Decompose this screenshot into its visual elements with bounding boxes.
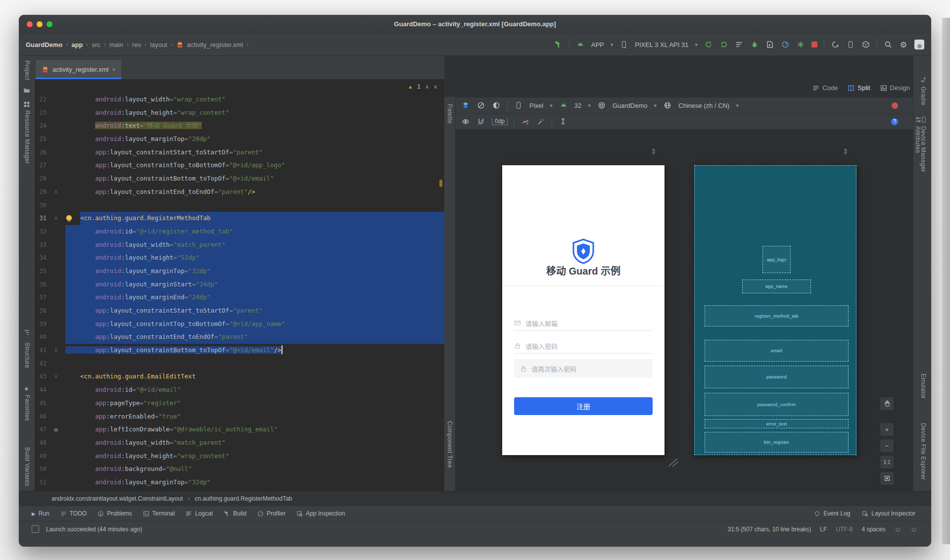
tab-design[interactable]: Design bbox=[880, 84, 910, 92]
attributes-sliders-icon[interactable] bbox=[915, 116, 922, 125]
target-device-select[interactable]: PIXEL 3 XL API 31 bbox=[635, 41, 688, 48]
avd-phone-icon[interactable] bbox=[846, 40, 855, 49]
avatar[interactable] bbox=[914, 40, 924, 49]
issues-error-badge[interactable] bbox=[892, 102, 898, 109]
autoconnect-off-icon[interactable] bbox=[476, 117, 485, 126]
chevron-down-icon[interactable]: ▾ bbox=[654, 102, 657, 109]
apply-changes-icon[interactable] bbox=[719, 40, 728, 49]
breadcrumb-file[interactable]: activity_register.xml bbox=[187, 41, 243, 48]
toolwindow-build[interactable]: Build bbox=[224, 510, 246, 517]
toolwindow-layout-inspector[interactable]: Layout Inspector bbox=[862, 510, 915, 517]
breadcrumb-registermethodtab[interactable]: cn.authing.guard.RegisterMethodTab bbox=[195, 495, 292, 502]
breadcrumb-src[interactable]: src bbox=[92, 41, 100, 48]
blueprint-box-password_confirm[interactable]: password_confirm bbox=[705, 393, 849, 416]
chevron-down-icon[interactable]: ▾ bbox=[736, 102, 739, 109]
toolwindow-problems[interactable]: Problems bbox=[97, 510, 132, 517]
caret-position[interactable]: 31:5 (507 chars, 10 line breaks) bbox=[728, 526, 811, 533]
profile-smiley-icon[interactable]: ☺ bbox=[910, 525, 917, 533]
sidebar-item-favorites[interactable]: Favorites bbox=[24, 395, 31, 421]
editor-tab-activity-register[interactable]: activity_register.xml × bbox=[36, 60, 121, 79]
infer-constraints-wand-icon[interactable] bbox=[536, 117, 545, 126]
zoom-out-button[interactable]: − bbox=[880, 439, 894, 453]
folder-icon[interactable] bbox=[23, 87, 30, 96]
clear-constraints-icon[interactable] bbox=[521, 117, 530, 126]
sidebar-item-project[interactable]: Project bbox=[24, 60, 31, 80]
sidebar-item-gradle[interactable]: Gradle bbox=[920, 87, 927, 105]
chevron-down-icon[interactable]: ▾ bbox=[611, 42, 614, 48]
view-options-eye-icon[interactable] bbox=[461, 117, 470, 126]
tab-code[interactable]: Code bbox=[812, 84, 838, 92]
prev-warning-icon[interactable]: ∧ bbox=[425, 84, 429, 90]
app-name-text[interactable]: 移动 Guard 示例 bbox=[502, 263, 665, 278]
breadcrumb-layout[interactable]: layout bbox=[150, 41, 167, 48]
toolwindow-logcat[interactable]: Logcat bbox=[186, 510, 213, 517]
password-confirm-field[interactable]: 请再次输入密码 bbox=[514, 359, 653, 378]
theme-select[interactable]: GuardDemo bbox=[613, 102, 648, 109]
search-icon[interactable] bbox=[884, 40, 893, 49]
blueprint-box-app_logo[interactable]: app_logo bbox=[762, 246, 791, 273]
pan-hand-button[interactable] bbox=[880, 397, 894, 411]
tab-palette[interactable]: Palette bbox=[446, 104, 453, 124]
chevron-down-icon[interactable]: ▾ bbox=[588, 102, 591, 109]
zoom-in-button[interactable]: + bbox=[880, 422, 894, 436]
breadcrumb-constraintlayout[interactable]: androidx.constraintlayout.widget.Constra… bbox=[51, 495, 183, 502]
email-field[interactable]: 请输入邮箱 bbox=[514, 318, 653, 328]
design-canvas[interactable]: 移动 Guard 示例 请输入邮箱 请输入密码 请再次输入密码 注册 bbox=[455, 130, 913, 491]
default-margin-select[interactable]: 0dp bbox=[492, 118, 508, 125]
toolwindow-app-inspection[interactable]: App Inspection bbox=[296, 510, 345, 517]
password-field[interactable]: 请输入密码 bbox=[514, 340, 653, 351]
blueprint-box-error_text[interactable]: error_text bbox=[705, 419, 849, 428]
toolwindow-run[interactable]: ▶Run bbox=[32, 510, 49, 517]
orientation-icon[interactable] bbox=[476, 101, 485, 110]
sidebar-item-attributes[interactable]: Attributes bbox=[914, 126, 921, 153]
api-level-select[interactable]: 32 bbox=[574, 102, 581, 109]
text-ibeam-icon[interactable] bbox=[559, 117, 568, 126]
device-select[interactable]: Pixel bbox=[529, 102, 543, 109]
sidebar-item-emulator[interactable]: Emulator bbox=[920, 373, 927, 399]
device-manager-icon[interactable] bbox=[831, 40, 840, 49]
debug-bug-icon[interactable] bbox=[750, 40, 759, 49]
sidebar-item-device-file-explorer[interactable]: Device File Explorer bbox=[920, 423, 927, 480]
breadcrumb-project[interactable]: GuardDemo bbox=[26, 41, 62, 48]
sidebar-item-build-variants[interactable]: Build Variants bbox=[24, 447, 31, 486]
profiler-icon[interactable] bbox=[781, 40, 790, 49]
build-hammer-icon[interactable] bbox=[554, 40, 563, 49]
tab-component-tree[interactable]: Component Tree bbox=[446, 421, 453, 468]
indent-setting[interactable]: 4 spaces bbox=[861, 526, 885, 533]
breadcrumb-app[interactable]: app bbox=[71, 41, 83, 48]
design-preview-phone[interactable]: 移动 Guard 示例 请输入邮箱 请输入密码 请再次输入密码 注册 bbox=[502, 165, 665, 455]
night-mode-icon[interactable] bbox=[492, 101, 501, 110]
design-blueprint-phone[interactable]: app_logoapp_nameregister_method_tabemail… bbox=[694, 165, 856, 455]
line-separator[interactable]: LF bbox=[820, 526, 827, 533]
inspection-widget[interactable]: ▲ 1 ∧ ∨ bbox=[408, 83, 437, 90]
close-icon[interactable]: × bbox=[112, 66, 115, 73]
blueprint-box-btn_register[interactable]: btn_register bbox=[705, 432, 849, 453]
locale-select[interactable]: Chinese (zh / CN) bbox=[678, 102, 729, 109]
feedback-smiley-icon[interactable]: ☺ bbox=[894, 525, 901, 533]
status-message[interactable]: Launch succeeded (44 minutes ago) bbox=[46, 526, 142, 533]
intention-bulb-icon[interactable] bbox=[66, 215, 72, 220]
next-warning-icon[interactable]: ∨ bbox=[433, 84, 437, 90]
star-icon[interactable]: ★ bbox=[24, 385, 29, 392]
tab-split[interactable]: Split bbox=[848, 84, 870, 92]
zoom-100-button[interactable]: 1:1 bbox=[880, 455, 894, 469]
settings-gear-icon[interactable]: ⚙ bbox=[899, 40, 908, 49]
sidebar-item-structure[interactable]: Structure bbox=[24, 342, 31, 368]
register-button[interactable]: 注册 bbox=[514, 397, 653, 415]
blueprint-box-password[interactable]: password bbox=[705, 366, 849, 388]
breadcrumb-main[interactable]: main bbox=[109, 41, 123, 48]
structure-icon[interactable] bbox=[23, 329, 30, 338]
code-area[interactable]: 22 android:layout_width="wrap_content"23… bbox=[35, 79, 444, 491]
app-logo-shield-icon[interactable] bbox=[571, 238, 595, 264]
run-icon[interactable] bbox=[704, 40, 713, 49]
stop-icon[interactable] bbox=[811, 42, 817, 47]
chevron-down-icon[interactable]: ▾ bbox=[550, 102, 553, 109]
zoom-to-fit-button[interactable] bbox=[880, 471, 894, 485]
breadcrumb-res[interactable]: res bbox=[132, 41, 141, 48]
toolwindow-toggle-icon[interactable] bbox=[32, 525, 39, 533]
apply-code-changes-icon[interactable] bbox=[796, 40, 805, 49]
scrollbar-warning-mark[interactable] bbox=[439, 180, 442, 187]
blueprint-box-register_method_tab[interactable]: register_method_tab bbox=[705, 305, 849, 327]
file-encoding[interactable]: UTF-8 bbox=[836, 526, 853, 533]
attach-debugger-icon[interactable] bbox=[765, 40, 774, 49]
